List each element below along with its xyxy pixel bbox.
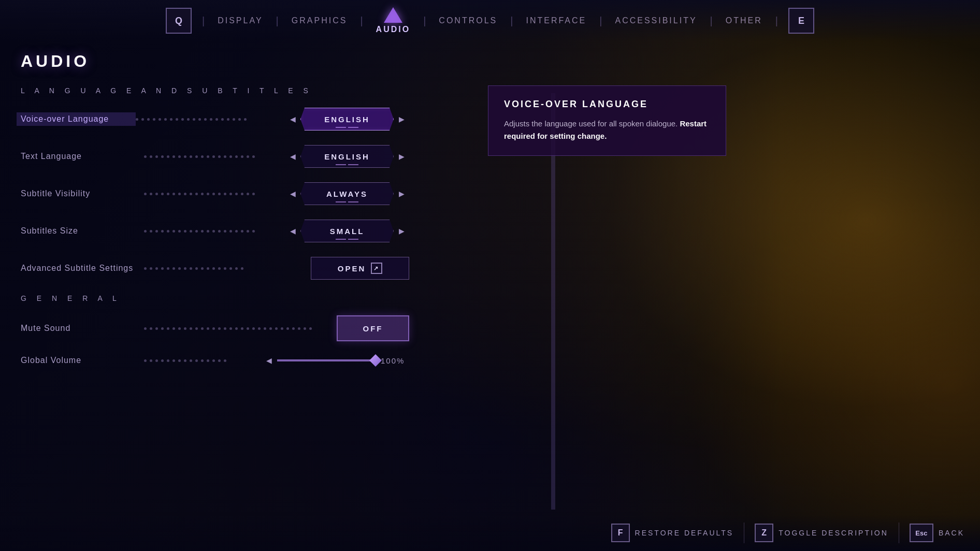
subtitles-size-label: Subtitles Size	[21, 226, 140, 236]
bottom-bar: F RESTORE DEFAULTS Z TOGGLE DESCRIPTION …	[0, 515, 980, 551]
voice-over-language-selector: ◀ ENGLISH ▶	[285, 108, 409, 130]
text-language-prev-btn[interactable]: ◀	[285, 145, 300, 168]
text-language-row: Text Language ◀ ENGLISH ▶	[21, 145, 409, 168]
advanced-subtitle-label: Advanced Subtitle Settings	[21, 264, 140, 273]
tooltip-description: Adjusts the language used for all spoken…	[504, 118, 710, 142]
dots-7	[140, 358, 266, 363]
nav-item-display[interactable]: DISPLAY	[207, 12, 273, 30]
advanced-subtitle-open-btn[interactable]: OPEN ↗	[311, 257, 409, 280]
nav-sep-8: |	[775, 15, 778, 27]
general-section: G E N E R A L Mute Sound OFF Global Volu…	[21, 294, 409, 365]
back-action[interactable]: Esc BACK	[910, 524, 964, 542]
toggle-description-label: TOGGLE DESCRIPTION	[779, 529, 888, 537]
restore-defaults-key: F	[611, 524, 630, 542]
tooltip-panel: VOICE-OVER LANGUAGE Adjusts the language…	[488, 85, 726, 156]
nav-item-accessibility[interactable]: ACCESSIBILITY	[604, 12, 707, 30]
subtitle-visibility-label: Subtitle Visibility	[21, 189, 140, 198]
nav-sep-2: |	[276, 15, 279, 27]
bottom-sep-2	[899, 523, 899, 543]
subtitles-size-selector: ◀ SMALL ▶	[285, 220, 409, 242]
nav-sep-3: |	[360, 15, 363, 27]
subtitles-size-row: Subtitles Size ◀ SMALL ▶	[21, 220, 409, 242]
global-volume-fill	[277, 359, 376, 361]
subtitles-size-next-btn[interactable]: ▶	[394, 220, 409, 242]
global-volume-value: 100%	[381, 356, 409, 365]
main-content: AUDIO L A N G U A G E A N D S U B T I T …	[0, 41, 430, 510]
global-volume-prev-btn[interactable]: ◀	[266, 356, 272, 365]
global-volume-row: Global Volume ◀ 100%	[21, 356, 409, 365]
subtitles-size-value[interactable]: SMALL	[300, 220, 394, 242]
subtitle-visibility-row: Subtitle Visibility ◀ ALWAYS ▶	[21, 182, 409, 205]
text-language-value[interactable]: ENGLISH	[300, 145, 394, 168]
text-language-selector: ◀ ENGLISH ▶	[285, 145, 409, 168]
dots-4	[140, 228, 285, 234]
nav-sep-6: |	[599, 15, 602, 27]
page-title: AUDIO	[21, 52, 409, 71]
voice-over-prev-btn[interactable]: ◀	[285, 108, 300, 130]
subtitle-visibility-prev-btn[interactable]: ◀	[285, 182, 300, 205]
text-language-label: Text Language	[21, 152, 140, 161]
global-volume-thumb[interactable]	[369, 354, 382, 367]
mute-sound-toggle[interactable]: OFF	[337, 315, 409, 341]
dots-6	[140, 326, 337, 331]
back-key: Esc	[910, 524, 933, 542]
dots-2	[140, 154, 285, 159]
tooltip-title: VOICE-OVER LANGUAGE	[504, 99, 710, 110]
dots-5	[140, 266, 311, 271]
advanced-subtitle-row: Advanced Subtitle Settings OPEN ↗	[21, 257, 409, 280]
nav-right-icon[interactable]: E	[788, 8, 814, 34]
global-volume-track[interactable]	[277, 359, 376, 361]
bottom-sep-1	[744, 523, 744, 543]
language-section: L A N G U A G E A N D S U B T I T L E S …	[21, 86, 409, 280]
nav-item-audio[interactable]: AUDIO	[366, 7, 421, 34]
nav-item-controls[interactable]: CONTROLS	[428, 12, 508, 30]
nav-sep-5: |	[510, 15, 513, 27]
voice-over-language-label: Voice-over Language	[17, 112, 136, 126]
subtitle-visibility-selector: ◀ ALWAYS ▶	[285, 182, 409, 205]
voice-over-next-btn[interactable]: ▶	[394, 108, 409, 130]
toggle-description-key: Z	[755, 524, 773, 542]
nav-item-interface[interactable]: INTERFACE	[515, 12, 597, 30]
nav-sep-7: |	[710, 15, 713, 27]
general-section-title: G E N E R A L	[21, 294, 409, 302]
text-language-next-btn[interactable]: ▶	[394, 145, 409, 168]
global-volume-label: Global Volume	[21, 356, 140, 365]
nav-sep-1: |	[202, 15, 205, 27]
mute-sound-row: Mute Sound OFF	[21, 315, 409, 341]
nav-item-other[interactable]: OTHER	[715, 12, 773, 30]
voice-over-language-value[interactable]: ENGLISH	[300, 108, 394, 130]
nav-left-icon[interactable]: Q	[166, 8, 192, 34]
mute-sound-label: Mute Sound	[21, 324, 140, 333]
global-volume-slider-container: ◀ 100%	[266, 356, 409, 365]
language-section-title: L A N G U A G E A N D S U B T I T L E S	[21, 86, 409, 95]
subtitle-visibility-next-btn[interactable]: ▶	[394, 182, 409, 205]
audio-triangle-icon	[384, 7, 402, 23]
toggle-description-action[interactable]: Z TOGGLE DESCRIPTION	[755, 524, 888, 542]
nav-item-graphics[interactable]: GRAPHICS	[281, 12, 358, 30]
subtitle-visibility-value[interactable]: ALWAYS	[300, 182, 394, 205]
nav-items: Q | DISPLAY | GRAPHICS | AUDIO | CONTROL…	[158, 7, 822, 34]
back-label: BACK	[939, 529, 964, 537]
external-link-icon: ↗	[371, 263, 382, 274]
dots-3	[140, 191, 285, 196]
subtitles-size-prev-btn[interactable]: ◀	[285, 220, 300, 242]
nav-sep-4: |	[423, 15, 426, 27]
restore-defaults-action[interactable]: F RESTORE DEFAULTS	[611, 524, 734, 542]
restore-defaults-label: RESTORE DEFAULTS	[635, 529, 734, 537]
navbar: Q | DISPLAY | GRAPHICS | AUDIO | CONTROL…	[0, 0, 980, 41]
voice-over-language-row: Voice-over Language ◀ ENGLISH ▶	[21, 108, 409, 130]
dots-1	[132, 117, 285, 122]
